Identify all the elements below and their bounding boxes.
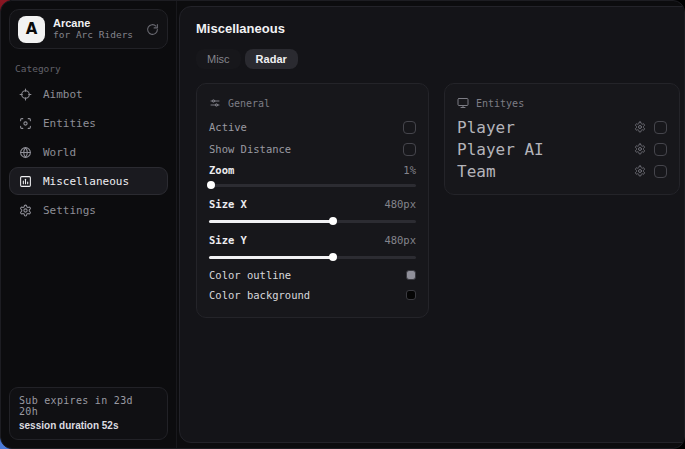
chart-grid-icon (19, 175, 33, 188)
size-x-slider[interactable] (209, 216, 416, 226)
size-x-label: Size X (209, 198, 384, 210)
app-logo: A (18, 16, 45, 43)
size-y-value: 480px (384, 234, 416, 246)
size-y-label: Size Y (209, 234, 384, 246)
color-outline-swatch[interactable] (406, 270, 416, 280)
brand-card: A Arcane for Arc Riders (9, 9, 168, 49)
active-checkbox[interactable] (403, 121, 416, 134)
monitor-icon (457, 97, 469, 109)
sync-icon[interactable] (146, 23, 159, 36)
entities-panel: Entityes Player Player AI (444, 83, 680, 195)
tab-misc[interactable]: Misc (196, 49, 241, 69)
player-ai-checkbox[interactable] (654, 143, 667, 156)
size-y-row: Size Y 480px (209, 228, 416, 252)
main-wrap: Miscellaneous Misc Radar General Active (177, 1, 685, 448)
team-label: Team (457, 162, 626, 181)
entities-panel-header: Entityes (457, 94, 667, 112)
zoom-value: 1% (403, 164, 416, 176)
active-label: Active (209, 121, 403, 133)
player-ai-row: Player AI (457, 138, 667, 160)
general-panel-title: General (228, 98, 270, 109)
sub-expires-text: Sub expires in 23d 20h (19, 395, 158, 417)
color-background-row: Color background (209, 285, 416, 305)
tab-radar[interactable]: Radar (245, 49, 298, 69)
show-distance-checkbox[interactable] (403, 143, 416, 156)
sidebar-item-aimbot[interactable]: Aimbot (9, 80, 168, 108)
main-panel: Miscellaneous Misc Radar General Active (179, 6, 685, 443)
size-x-row: Size X 480px (209, 192, 416, 216)
sidebar-item-entities[interactable]: Entities (9, 109, 168, 137)
sidebar: A Arcane for Arc Riders Category Aimbot (1, 1, 177, 448)
category-label: Category (15, 63, 168, 74)
zoom-label: Zoom (209, 164, 403, 176)
sidebar-item-label: Entities (43, 117, 96, 130)
sidebar-item-label: Miscellaneous (43, 175, 129, 188)
player-ai-label: Player AI (457, 140, 626, 159)
tab-bar: Misc Radar (196, 49, 680, 69)
size-x-value: 480px (384, 198, 416, 210)
player-label: Player (457, 118, 626, 137)
player-row: Player (457, 116, 667, 138)
general-panel: General Active Show Distance Zoom 1% (196, 83, 429, 318)
page-title: Miscellaneous (196, 21, 680, 36)
player-gear-icon[interactable] (634, 121, 646, 133)
sidebar-item-settings[interactable]: Settings (9, 196, 168, 224)
zoom-row: Zoom 1% (209, 160, 416, 180)
sidebar-item-label: World (43, 146, 76, 159)
entities-panel-title: Entityes (476, 98, 524, 109)
active-row: Active (209, 116, 416, 138)
app-window: A Arcane for Arc Riders Category Aimbot (0, 0, 685, 449)
team-gear-icon[interactable] (634, 165, 646, 177)
scan-eye-icon (19, 117, 33, 130)
zoom-slider[interactable] (209, 180, 416, 190)
session-duration-text: session duration 52s (19, 420, 158, 431)
panel-row: General Active Show Distance Zoom 1% (196, 83, 680, 318)
show-distance-row: Show Distance (209, 138, 416, 160)
crosshair-icon (19, 88, 33, 101)
sidebar-item-label: Settings (43, 204, 96, 217)
sidebar-item-world[interactable]: World (9, 138, 168, 166)
sliders-icon (209, 97, 221, 109)
app-subtitle: for Arc Riders (53, 30, 138, 41)
team-checkbox[interactable] (654, 165, 667, 178)
color-outline-row: Color outline (209, 264, 416, 285)
player-checkbox[interactable] (654, 121, 667, 134)
color-background-label: Color background (209, 289, 406, 301)
subscription-card: Sub expires in 23d 20h session duration … (9, 387, 168, 440)
team-row: Team (457, 160, 667, 182)
app-name: Arcane (53, 17, 138, 30)
sidebar-item-label: Aimbot (43, 88, 83, 101)
sidebar-nav: Aimbot Entities World Miscellaneous (9, 80, 168, 224)
general-panel-header: General (209, 94, 416, 112)
globe-icon (19, 146, 33, 159)
gear-icon (19, 204, 33, 217)
color-background-swatch[interactable] (406, 290, 416, 300)
size-y-slider[interactable] (209, 252, 416, 262)
brand-text: Arcane for Arc Riders (53, 17, 138, 41)
player-ai-gear-icon[interactable] (634, 143, 646, 155)
color-outline-label: Color outline (209, 269, 406, 281)
show-distance-label: Show Distance (209, 143, 403, 155)
sidebar-item-miscellaneous[interactable]: Miscellaneous (9, 167, 168, 195)
